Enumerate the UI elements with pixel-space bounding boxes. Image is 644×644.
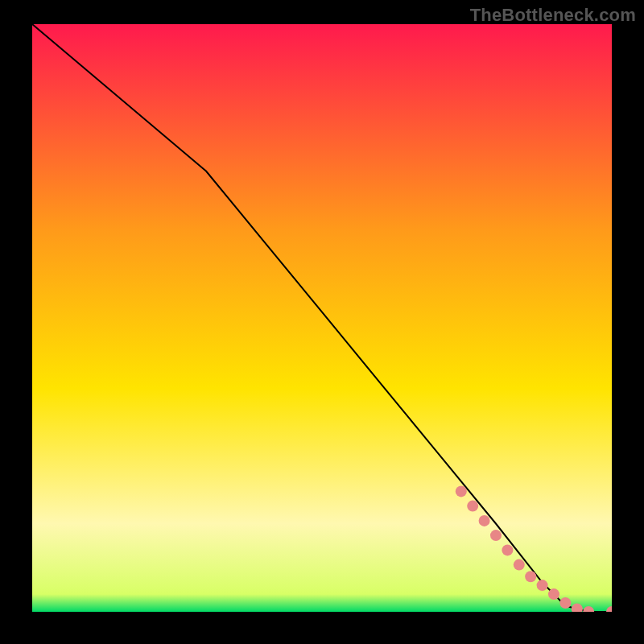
- marker-point: [559, 597, 571, 609]
- attribution-label: TheBottleneck.com: [470, 5, 636, 26]
- plot-area: [32, 24, 612, 612]
- marker-point: [525, 571, 536, 582]
- marker-point: [490, 530, 502, 541]
- marker-point: [479, 515, 490, 526]
- marker-point: [467, 501, 478, 512]
- gradient-background: [32, 24, 612, 612]
- marker-point: [456, 485, 467, 497]
- marker-point: [514, 559, 525, 571]
- marker-point: [537, 580, 548, 591]
- marker-point: [502, 544, 513, 555]
- chart-frame: TheBottleneck.com: [0, 0, 644, 644]
- marker-point: [548, 588, 559, 600]
- chart-svg: [32, 24, 612, 612]
